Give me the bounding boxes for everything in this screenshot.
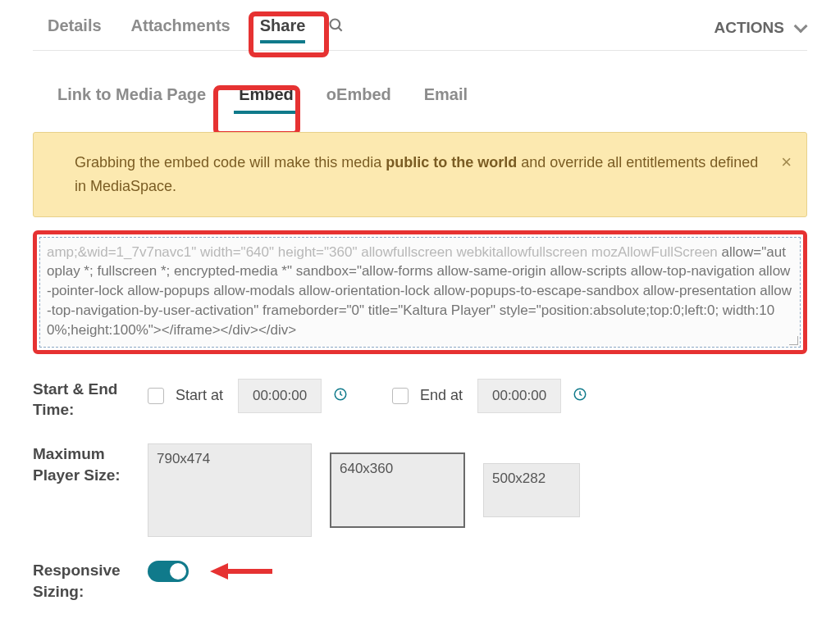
checkbox-start-at[interactable] (148, 388, 164, 404)
chevron-down-icon (794, 19, 808, 33)
alert-text-pre: Grabbing the embed code will make this m… (75, 154, 386, 171)
actions-label: ACTIONS (714, 19, 785, 37)
embed-code-partial-top: amp;&wid=1_7v7navc1" width="640" height=… (47, 244, 718, 260)
tab-details[interactable]: Details (33, 8, 116, 47)
subtab-embed[interactable]: Embed (222, 77, 310, 116)
svg-line-1 (339, 28, 342, 31)
clock-icon[interactable] (333, 387, 348, 405)
tab-share[interactable]: Share (245, 8, 321, 47)
actions-dropdown[interactable]: ACTIONS (714, 19, 808, 37)
resize-handle-icon[interactable] (788, 335, 798, 345)
label-maximum-player-size: Maximum Player Size: (33, 443, 148, 485)
checkbox-end-at[interactable] (392, 388, 409, 404)
row-responsive-sizing: Responsive Sizing: (33, 560, 807, 602)
embed-code-textarea[interactable]: amp;&wid=1_7v7navc1" width="640" height=… (39, 237, 801, 348)
annotation-arrow-icon (208, 560, 274, 583)
subtab-email[interactable]: Email (408, 77, 484, 116)
svg-point-0 (331, 20, 340, 30)
subtab-link-to-media-page[interactable]: Link to Media Page (41, 77, 222, 116)
clock-icon[interactable] (573, 387, 587, 405)
svg-marker-5 (210, 563, 228, 580)
size-option-0[interactable]: 790x474 (148, 443, 312, 537)
label-responsive-sizing: Responsive Sizing: (33, 560, 148, 602)
label-start-end-time: Start & End Time: (33, 379, 148, 421)
input-end-time[interactable]: 00:00:00 (477, 379, 561, 413)
alert-text-bold: public to the world (386, 154, 517, 171)
size-option-2[interactable]: 500x282 (483, 463, 580, 517)
toggle-responsive-sizing[interactable] (148, 561, 189, 582)
tab-attachments[interactable]: Attachments (116, 8, 245, 47)
label-end-at: End at (420, 387, 463, 404)
close-icon[interactable]: × (781, 148, 792, 176)
share-subtabs: Link to Media Page Embed oEmbed Email (33, 77, 807, 116)
row-maximum-player-size: Maximum Player Size: 790x474 640x360 500… (33, 443, 807, 537)
row-start-end-time: Start & End Time: Start at 00:00:00 End … (33, 379, 807, 421)
embed-options-form: Start & End Time: Start at 00:00:00 End … (33, 379, 807, 602)
input-start-time[interactable]: 00:00:00 (238, 379, 322, 413)
search-icon[interactable] (328, 17, 345, 38)
warning-alert: Grabbing the embed code will make this m… (33, 132, 807, 217)
annotation-highlight-embed-code: amp;&wid=1_7v7navc1" width="640" height=… (33, 230, 807, 354)
subtab-oembed[interactable]: oEmbed (310, 77, 408, 116)
primary-tabs: Details Attachments Share ACTIONS (33, 8, 807, 51)
label-start-at: Start at (176, 387, 223, 404)
size-option-1[interactable]: 640x360 (330, 452, 465, 528)
